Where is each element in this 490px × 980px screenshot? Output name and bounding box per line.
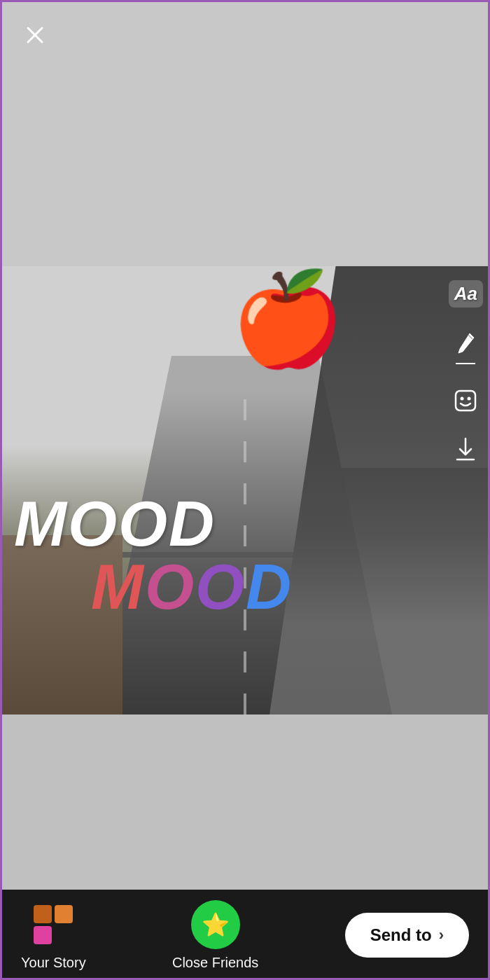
draw-tool-button[interactable] bbox=[456, 332, 475, 364]
pencil-underline bbox=[456, 363, 475, 364]
aa-label: Aa bbox=[454, 283, 477, 305]
story-area: 🍎 MOOD MOOD Aa bbox=[0, 266, 490, 715]
mood-letter-o2: O bbox=[195, 552, 246, 622]
mood-letter-o1: O bbox=[145, 552, 195, 622]
close-friends-icon: ⭐ bbox=[191, 900, 240, 949]
road-center-line bbox=[244, 378, 246, 715]
pencil-icon bbox=[456, 332, 475, 357]
your-story-option[interactable]: Your Story bbox=[21, 900, 86, 971]
grid-cell-2 bbox=[55, 905, 73, 923]
svg-rect-2 bbox=[456, 391, 475, 410]
close-friends-option[interactable]: ⭐ Close Friends bbox=[172, 900, 258, 971]
download-icon bbox=[455, 437, 476, 462]
send-to-button[interactable]: Send to › bbox=[345, 913, 469, 958]
svg-point-4 bbox=[468, 397, 471, 401]
download-button[interactable] bbox=[455, 437, 476, 462]
apple-sticker[interactable]: 🍎 bbox=[231, 273, 344, 364]
close-friends-star-icon: ⭐ bbox=[202, 911, 230, 938]
close-friends-label: Close Friends bbox=[172, 955, 258, 971]
bottom-gray-area bbox=[0, 715, 490, 890]
grid-cell-1 bbox=[34, 905, 52, 923]
close-button[interactable] bbox=[21, 21, 49, 49]
text-tool-button[interactable]: Aa bbox=[449, 280, 483, 308]
mood-text-colorful: MOOD bbox=[91, 551, 293, 623]
grid-cell-4 bbox=[55, 926, 73, 944]
mood-letter-d: D bbox=[246, 552, 293, 622]
action-bar: Your Story ⭐ Close Friends Send to › bbox=[0, 890, 490, 980]
svg-point-3 bbox=[461, 397, 464, 401]
your-story-label: Your Story bbox=[21, 955, 86, 971]
story-icon-grid bbox=[34, 905, 73, 944]
top-area bbox=[0, 0, 490, 266]
mood-text-white: MOOD bbox=[14, 488, 216, 560]
send-chevron-icon: › bbox=[439, 926, 444, 944]
sticker-icon bbox=[454, 389, 477, 413]
edit-toolbar: Aa bbox=[449, 266, 483, 715]
your-story-icon bbox=[29, 900, 78, 949]
sticker-tool-button[interactable] bbox=[454, 389, 477, 413]
mood-letter-m: M bbox=[91, 552, 145, 622]
grid-cell-3 bbox=[34, 926, 52, 944]
send-to-label: Send to bbox=[370, 925, 432, 945]
